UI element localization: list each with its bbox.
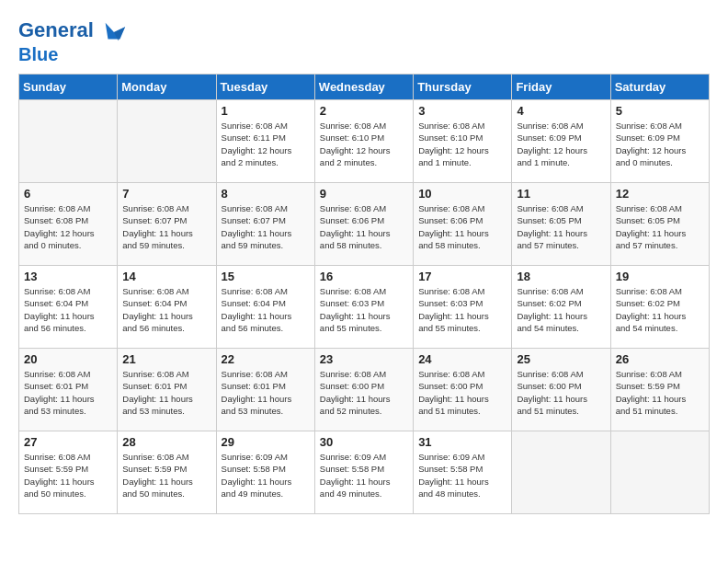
- day-detail: Sunrise: 6:08 AM Sunset: 6:01 PM Dayligh…: [222, 368, 310, 417]
- calendar-cell: 31Sunrise: 6:09 AM Sunset: 5:58 PM Dayli…: [414, 431, 512, 514]
- day-detail: Sunrise: 6:08 AM Sunset: 6:06 PM Dayligh…: [418, 202, 506, 251]
- col-header-friday: Friday: [512, 75, 610, 100]
- day-number: 1: [222, 104, 310, 118]
- day-detail: Sunrise: 6:08 AM Sunset: 6:05 PM Dayligh…: [616, 202, 704, 251]
- day-number: 13: [24, 270, 112, 283]
- day-number: 18: [517, 270, 605, 283]
- calendar-cell: 9Sunrise: 6:08 AM Sunset: 6:06 PM Daylig…: [314, 183, 413, 266]
- calendar-week-3: 13Sunrise: 6:08 AM Sunset: 6:04 PM Dayli…: [19, 266, 710, 349]
- day-number: 15: [222, 270, 310, 283]
- calendar-cell: 29Sunrise: 6:09 AM Sunset: 5:58 PM Dayli…: [216, 431, 314, 514]
- day-number: 22: [222, 352, 310, 366]
- day-detail: Sunrise: 6:08 AM Sunset: 6:11 PM Dayligh…: [222, 120, 310, 168]
- calendar-cell: 30Sunrise: 6:09 AM Sunset: 5:58 PM Dayli…: [314, 431, 413, 514]
- day-detail: Sunrise: 6:08 AM Sunset: 6:00 PM Dayligh…: [320, 368, 408, 417]
- logo-blue: Blue: [18, 44, 127, 64]
- day-number: 31: [418, 435, 506, 449]
- day-number: 29: [222, 435, 310, 449]
- calendar-cell: 23Sunrise: 6:08 AM Sunset: 6:00 PM Dayli…: [314, 349, 413, 431]
- calendar-cell: 22Sunrise: 6:08 AM Sunset: 6:01 PM Dayli…: [216, 349, 314, 431]
- calendar-cell: 20Sunrise: 6:08 AM Sunset: 6:01 PM Dayli…: [19, 349, 118, 431]
- calendar-week-1: 1Sunrise: 6:08 AM Sunset: 6:11 PM Daylig…: [19, 100, 710, 183]
- day-number: 17: [418, 270, 506, 283]
- calendar-cell: 24Sunrise: 6:08 AM Sunset: 6:00 PM Dayli…: [414, 349, 512, 431]
- calendar-cell: 1Sunrise: 6:08 AM Sunset: 6:11 PM Daylig…: [216, 100, 314, 183]
- calendar-cell: 12Sunrise: 6:08 AM Sunset: 6:05 PM Dayli…: [610, 183, 709, 266]
- day-number: 4: [517, 104, 605, 118]
- day-number: 27: [24, 435, 112, 449]
- calendar-cell: 26Sunrise: 6:08 AM Sunset: 5:59 PM Dayli…: [610, 349, 709, 431]
- day-number: 24: [418, 352, 506, 366]
- day-detail: Sunrise: 6:08 AM Sunset: 6:09 PM Dayligh…: [517, 120, 605, 168]
- day-number: 11: [517, 187, 605, 201]
- day-detail: Sunrise: 6:08 AM Sunset: 6:09 PM Dayligh…: [616, 120, 704, 168]
- calendar-cell: 19Sunrise: 6:08 AM Sunset: 6:02 PM Dayli…: [610, 266, 709, 349]
- day-detail: Sunrise: 6:08 AM Sunset: 6:00 PM Dayligh…: [517, 368, 605, 417]
- calendar-cell: 10Sunrise: 6:08 AM Sunset: 6:06 PM Dayli…: [414, 183, 512, 266]
- day-detail: Sunrise: 6:08 AM Sunset: 6:03 PM Dayligh…: [320, 285, 408, 334]
- calendar-week-2: 6Sunrise: 6:08 AM Sunset: 6:08 PM Daylig…: [19, 183, 710, 266]
- day-number: 9: [320, 187, 408, 201]
- day-number: 6: [24, 187, 112, 201]
- calendar-cell: 8Sunrise: 6:08 AM Sunset: 6:07 PM Daylig…: [216, 183, 314, 266]
- day-detail: Sunrise: 6:08 AM Sunset: 5:59 PM Dayligh…: [616, 368, 704, 417]
- calendar-cell: 27Sunrise: 6:08 AM Sunset: 5:59 PM Dayli…: [19, 431, 118, 514]
- day-number: 10: [418, 187, 506, 201]
- day-number: 5: [616, 104, 704, 118]
- calendar-cell: 17Sunrise: 6:08 AM Sunset: 6:03 PM Dayli…: [414, 266, 512, 349]
- day-detail: Sunrise: 6:08 AM Sunset: 6:04 PM Dayligh…: [24, 285, 112, 334]
- calendar-cell: 5Sunrise: 6:08 AM Sunset: 6:09 PM Daylig…: [610, 100, 709, 183]
- calendar-cell: [610, 431, 709, 514]
- day-detail: Sunrise: 6:08 AM Sunset: 6:07 PM Dayligh…: [222, 202, 310, 251]
- day-detail: Sunrise: 6:08 AM Sunset: 5:59 PM Dayligh…: [122, 451, 210, 500]
- calendar-cell: 16Sunrise: 6:08 AM Sunset: 6:03 PM Dayli…: [314, 266, 413, 349]
- day-detail: Sunrise: 6:08 AM Sunset: 6:04 PM Dayligh…: [222, 285, 310, 334]
- col-header-thursday: Thursday: [414, 75, 512, 100]
- day-detail: Sunrise: 6:08 AM Sunset: 6:01 PM Dayligh…: [122, 368, 210, 417]
- day-detail: Sunrise: 6:08 AM Sunset: 6:03 PM Dayligh…: [418, 285, 506, 334]
- day-number: 20: [24, 352, 112, 366]
- day-detail: Sunrise: 6:08 AM Sunset: 6:01 PM Dayligh…: [24, 368, 112, 417]
- calendar-cell: 3Sunrise: 6:08 AM Sunset: 6:10 PM Daylig…: [414, 100, 512, 183]
- day-detail: Sunrise: 6:09 AM Sunset: 5:58 PM Dayligh…: [418, 451, 506, 500]
- page-header: General Blue: [18, 18, 710, 64]
- day-number: 21: [122, 352, 210, 366]
- day-detail: Sunrise: 6:08 AM Sunset: 6:07 PM Dayligh…: [122, 202, 210, 251]
- calendar-week-4: 20Sunrise: 6:08 AM Sunset: 6:01 PM Dayli…: [19, 349, 710, 431]
- day-number: 25: [517, 352, 605, 366]
- calendar-cell: 14Sunrise: 6:08 AM Sunset: 6:04 PM Dayli…: [118, 266, 216, 349]
- day-detail: Sunrise: 6:09 AM Sunset: 5:58 PM Dayligh…: [222, 451, 310, 500]
- day-detail: Sunrise: 6:08 AM Sunset: 6:10 PM Dayligh…: [320, 120, 408, 168]
- day-number: 7: [122, 187, 210, 201]
- day-number: 12: [616, 187, 704, 201]
- day-detail: Sunrise: 6:09 AM Sunset: 5:58 PM Dayligh…: [320, 451, 408, 500]
- day-number: 14: [122, 270, 210, 283]
- calendar-cell: [19, 100, 118, 183]
- col-header-monday: Monday: [118, 75, 216, 100]
- calendar-cell: 6Sunrise: 6:08 AM Sunset: 6:08 PM Daylig…: [19, 183, 118, 266]
- day-number: 19: [616, 270, 704, 283]
- col-header-wednesday: Wednesday: [314, 75, 413, 100]
- calendar-cell: 11Sunrise: 6:08 AM Sunset: 6:05 PM Dayli…: [512, 183, 610, 266]
- calendar-cell: 15Sunrise: 6:08 AM Sunset: 6:04 PM Dayli…: [216, 266, 314, 349]
- calendar-cell: 4Sunrise: 6:08 AM Sunset: 6:09 PM Daylig…: [512, 100, 610, 183]
- calendar-cell: 7Sunrise: 6:08 AM Sunset: 6:07 PM Daylig…: [118, 183, 216, 266]
- calendar-table: SundayMondayTuesdayWednesdayThursdayFrid…: [18, 74, 710, 514]
- calendar-cell: 25Sunrise: 6:08 AM Sunset: 6:00 PM Dayli…: [512, 349, 610, 431]
- day-number: 23: [320, 352, 408, 366]
- calendar-cell: 18Sunrise: 6:08 AM Sunset: 6:02 PM Dayli…: [512, 266, 610, 349]
- day-detail: Sunrise: 6:08 AM Sunset: 6:06 PM Dayligh…: [320, 202, 408, 251]
- day-number: 28: [122, 435, 210, 449]
- day-number: 26: [616, 352, 704, 366]
- day-detail: Sunrise: 6:08 AM Sunset: 6:08 PM Dayligh…: [24, 202, 112, 251]
- calendar-cell: 28Sunrise: 6:08 AM Sunset: 5:59 PM Dayli…: [118, 431, 216, 514]
- col-header-saturday: Saturday: [610, 75, 709, 100]
- col-header-tuesday: Tuesday: [216, 75, 314, 100]
- day-number: 2: [320, 104, 408, 118]
- day-detail: Sunrise: 6:08 AM Sunset: 6:10 PM Dayligh…: [418, 120, 506, 168]
- day-detail: Sunrise: 6:08 AM Sunset: 6:02 PM Dayligh…: [517, 285, 605, 334]
- day-detail: Sunrise: 6:08 AM Sunset: 5:59 PM Dayligh…: [24, 451, 112, 500]
- calendar-cell: [118, 100, 216, 183]
- day-number: 8: [222, 187, 310, 201]
- day-detail: Sunrise: 6:08 AM Sunset: 6:00 PM Dayligh…: [418, 368, 506, 417]
